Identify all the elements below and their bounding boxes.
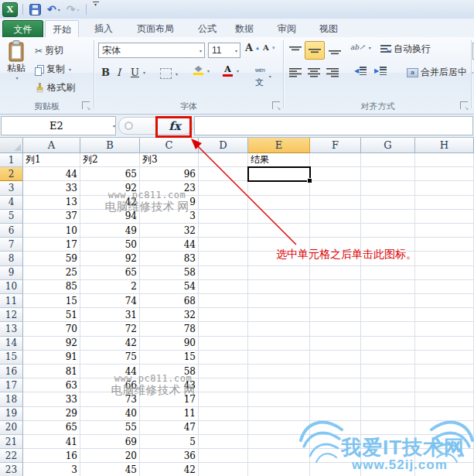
cell-F23[interactable] [310, 463, 361, 476]
align-left-button[interactable] [287, 66, 304, 80]
cut-button[interactable]: ✂ 剪切 [35, 44, 63, 57]
cell-F6[interactable] [310, 224, 361, 238]
cell-G6[interactable] [361, 224, 415, 238]
font-color-button[interactable]: A▾ [223, 65, 239, 77]
col-header-A[interactable]: A [23, 138, 80, 153]
cell-A7[interactable]: 17 [23, 238, 80, 252]
row-header-20[interactable]: 20 [0, 421, 23, 435]
cell-E13[interactable] [248, 322, 310, 336]
cell-E14[interactable] [248, 337, 310, 351]
cell-C15[interactable]: 15 [140, 351, 199, 365]
select-all-corner[interactable] [0, 138, 23, 153]
cell-E9[interactable] [248, 266, 310, 280]
cell-A4[interactable]: 13 [23, 196, 80, 210]
wrap-text-button[interactable]: ↩ 自动换行 [380, 43, 431, 56]
cell-G3[interactable] [361, 181, 415, 195]
cell-D10[interactable] [199, 280, 248, 294]
cell-E19[interactable] [248, 407, 310, 421]
cell-A12[interactable]: 51 [23, 308, 80, 322]
cell-G21[interactable] [361, 435, 415, 449]
cell-E10[interactable] [248, 280, 310, 294]
cell-D16[interactable] [199, 365, 248, 378]
borders-button[interactable]: ▾ [160, 68, 178, 79]
col-header-B[interactable]: B [80, 138, 140, 153]
cell-B12[interactable]: 31 [80, 308, 140, 322]
merge-center-button[interactable]: a 合并后居中 ▾ [407, 66, 473, 79]
cell-C21[interactable]: 5 [140, 435, 199, 449]
cell-G4[interactable] [361, 196, 415, 210]
cell-E16[interactable] [248, 365, 310, 378]
cell-C22[interactable]: 36 [140, 449, 199, 463]
cell-C17[interactable]: 43 [140, 378, 199, 392]
cell-F14[interactable] [310, 337, 361, 351]
cell-C9[interactable]: 58 [140, 266, 199, 280]
cell-A6[interactable]: 10 [23, 224, 80, 238]
align-bottom-button[interactable] [326, 43, 343, 57]
cell-F18[interactable] [310, 392, 361, 406]
cell-D23[interactable] [199, 463, 248, 476]
cell-B23[interactable]: 45 [80, 463, 140, 476]
row-header-2[interactable]: 2 [0, 167, 23, 181]
font-name-combo[interactable]: 宋体 ▾ [98, 43, 205, 58]
name-box[interactable]: E2 ▾ [1, 116, 116, 135]
cell-D9[interactable] [199, 266, 248, 280]
decrease-font-button[interactable]: A▼ [263, 43, 276, 52]
cell-C5[interactable]: 3 [140, 210, 199, 224]
cell-F20[interactable] [310, 421, 361, 435]
tab-view[interactable]: 视图 [312, 20, 346, 37]
selected-cell-outline[interactable] [247, 166, 311, 182]
paste-button[interactable]: 粘贴 ▾ [2, 40, 30, 80]
cell-E12[interactable] [248, 308, 310, 322]
cell-G1[interactable] [361, 153, 415, 167]
cell-A1[interactable]: 列1 [23, 153, 80, 167]
cell-D21[interactable] [199, 435, 248, 449]
cell-H17[interactable] [415, 378, 474, 392]
tab-formulas[interactable]: 公式 [189, 20, 226, 37]
cell-E8[interactable] [248, 252, 310, 265]
cell-H1[interactable] [415, 153, 474, 167]
cell-F11[interactable] [310, 294, 361, 308]
cell-A23[interactable]: 3 [23, 463, 80, 476]
cell-F15[interactable] [310, 351, 361, 365]
cell-D6[interactable] [199, 224, 248, 238]
cell-H5[interactable] [415, 210, 474, 224]
row-header-19[interactable]: 19 [0, 407, 23, 421]
cell-C4[interactable]: 9 [140, 196, 199, 210]
cell-C10[interactable]: 54 [140, 280, 199, 294]
undo-button[interactable]: ↶▾ [46, 2, 62, 17]
row-header-12[interactable]: 12 [0, 308, 23, 322]
cell-F21[interactable] [310, 435, 361, 449]
row-header-1[interactable]: 1 [0, 153, 23, 167]
cell-A15[interactable]: 91 [23, 351, 80, 365]
cell-H11[interactable] [415, 294, 474, 308]
cell-G18[interactable] [361, 392, 415, 406]
cell-G8[interactable] [361, 252, 415, 265]
cell-D11[interactable] [199, 294, 248, 308]
cell-G22[interactable] [361, 449, 415, 463]
cell-B10[interactable]: 2 [80, 280, 140, 294]
cell-A16[interactable]: 81 [23, 365, 80, 378]
cell-E22[interactable] [248, 449, 310, 463]
row-header-23[interactable]: 23 [0, 463, 23, 476]
cell-H16[interactable] [415, 365, 474, 378]
cell-H14[interactable] [415, 337, 474, 351]
cell-C20[interactable]: 47 [140, 421, 199, 435]
cell-F12[interactable] [310, 308, 361, 322]
cell-F2[interactable] [310, 167, 361, 181]
font-size-combo[interactable]: 11 ▾ [208, 43, 240, 58]
cell-H3[interactable] [415, 181, 474, 195]
cell-E23[interactable] [248, 463, 310, 476]
tab-home[interactable]: 开始 [45, 20, 79, 37]
bold-button[interactable]: B [101, 67, 110, 78]
cell-F5[interactable] [310, 210, 361, 224]
cell-A20[interactable]: 65 [23, 421, 80, 435]
cell-G15[interactable] [361, 351, 415, 365]
cell-H10[interactable] [415, 280, 474, 294]
tab-review[interactable]: 审阅 [270, 20, 304, 37]
cell-D5[interactable] [199, 210, 248, 224]
cell-E20[interactable] [248, 421, 310, 435]
cell-H13[interactable] [415, 322, 474, 336]
align-top-button[interactable] [287, 43, 304, 57]
italic-button[interactable]: I [117, 67, 121, 78]
cell-B14[interactable]: 42 [80, 337, 140, 351]
